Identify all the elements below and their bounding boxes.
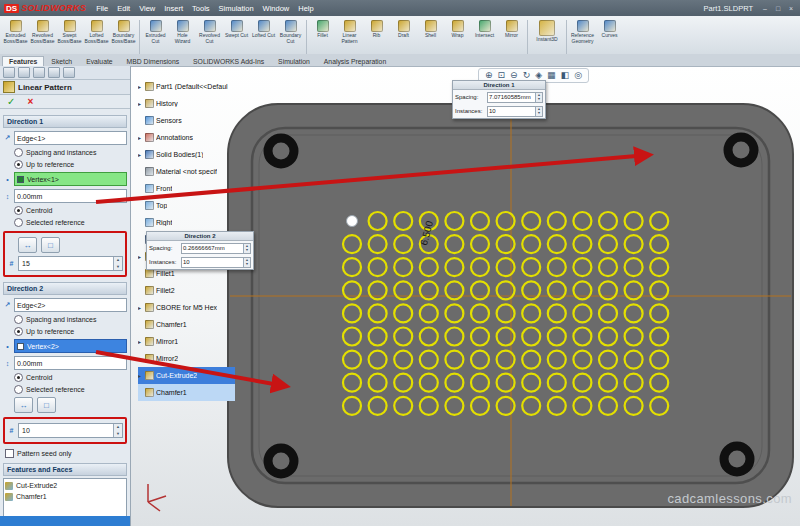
ribbon-swept-boss-base[interactable]: Swept Boss/Base	[56, 18, 83, 56]
expand-arrow-icon[interactable]: ▸	[138, 304, 143, 311]
pan-icon[interactable]: ◈	[535, 71, 542, 80]
tree-item-cut-extrude2[interactable]: ▸Cut-Extrude2	[138, 367, 235, 384]
d1-selected-reference-radio[interactable]: Selected reference	[3, 218, 127, 227]
tab-mbd-dimensions[interactable]: MBD Dimensions	[120, 56, 187, 66]
zoom-in-out-icon[interactable]: ⊖	[510, 71, 518, 80]
spinner-arrows[interactable]: ▲▼	[243, 244, 250, 253]
ribbon-extruded-boss-base[interactable]: Extruded Boss/Base	[2, 18, 29, 56]
tab-features[interactable]: Features	[2, 56, 44, 66]
zoom-area-icon[interactable]: ⊡	[498, 71, 506, 80]
direction2-callout[interactable]: Direction 2 Spacing: 0.26666667mm ▲▼ Ins…	[146, 231, 254, 270]
display-style-icon[interactable]: ◧	[561, 71, 570, 80]
tree-item-part1-default-defaul[interactable]: ▸Part1 (Default<<Defaul	[138, 78, 235, 95]
callout-title[interactable]: Direction 1	[453, 81, 545, 90]
d1-up-to-reference-radio[interactable]: Up to reference	[3, 160, 127, 169]
expand-arrow-icon[interactable]: ▸	[138, 355, 143, 362]
direction1-callout[interactable]: Direction 1 Spacing: 7.07160585mm ▲▼ Ins…	[452, 80, 546, 119]
expand-arrow-icon[interactable]: ▸	[138, 253, 143, 260]
ribbon-revolved-cut[interactable]: Revolved Cut	[196, 18, 223, 56]
cancel-button[interactable]: ×	[27, 96, 33, 107]
spinner-arrows[interactable]: ▲▼	[113, 257, 122, 270]
d2-edge-field[interactable]: Edge<2>	[14, 298, 127, 312]
tree-item-top[interactable]: Top	[138, 197, 235, 214]
tree-item-history[interactable]: ▸History	[138, 95, 235, 112]
tree-item-fillet2[interactable]: Fillet2	[138, 282, 235, 299]
d2-reference-field[interactable]: Vertex<2>	[14, 339, 127, 353]
spinner-arrows[interactable]: ▲▼	[535, 107, 542, 116]
ribbon-lofted-boss-base[interactable]: Lofted Boss/Base	[83, 18, 110, 56]
propertymanager-tab-icon[interactable]	[18, 67, 30, 78]
expand-arrow-icon[interactable]: ▸	[138, 134, 143, 141]
menu-help[interactable]: Help	[298, 4, 313, 13]
ribbon-mirror[interactable]: Mirror	[498, 18, 525, 56]
ribbon-boundary-boss-base[interactable]: Boundary Boss/Base	[110, 18, 137, 56]
ribbon-revolved-boss-base[interactable]: Revolved Boss/Base	[29, 18, 56, 56]
features-list-item-cut-extrude2[interactable]: Cut-Extrude2	[5, 480, 125, 491]
d1-reference-field[interactable]: Vertex<1>	[14, 172, 127, 186]
ok-button[interactable]: ✓	[7, 96, 15, 107]
d1-centroid-radio[interactable]: Centroid	[3, 206, 127, 215]
d2-reverse-direction-button[interactable]: ↔	[14, 397, 33, 413]
d2-up-to-reference-radio[interactable]: Up to reference	[3, 327, 127, 336]
menu-tools[interactable]: Tools	[192, 4, 210, 13]
d1-spacing-instances-radio[interactable]: Spacing and instances	[3, 148, 127, 157]
ribbon-curves[interactable]: Curves	[596, 18, 623, 56]
spinner-arrows[interactable]: ▲▼	[243, 258, 250, 267]
featuremanager-tab-icon[interactable]	[3, 67, 15, 78]
tree-item-cbore-for-m5-hex[interactable]: ▸CBORE for M5 Hex	[138, 299, 235, 316]
restore-button[interactable]: □	[773, 5, 783, 12]
tab-simulation[interactable]: Simulation	[271, 56, 317, 66]
ribbon-instant3d[interactable]: Instant3D	[530, 18, 564, 56]
menu-file[interactable]: File	[96, 4, 108, 13]
pattern-seed-point[interactable]	[347, 216, 358, 227]
ribbon-lofted-cut[interactable]: Lofted Cut	[250, 18, 277, 56]
minimize-button[interactable]: –	[760, 5, 770, 12]
tree-item-right[interactable]: Right	[138, 214, 235, 231]
instances-field[interactable]: 10 ▲▼	[181, 257, 251, 268]
zoom-fit-icon[interactable]: ⊕	[485, 71, 493, 80]
ribbon-extruded-cut[interactable]: Extruded Cut	[142, 18, 169, 56]
tree-item-material-not-specif[interactable]: Material <not specif	[138, 163, 235, 180]
d2-selected-reference-radio[interactable]: Selected reference	[3, 385, 127, 394]
d2-centroid-radio[interactable]: Centroid	[3, 373, 127, 382]
tab-solidworks-add-ins[interactable]: SOLIDWORKS Add-Ins	[186, 56, 271, 66]
expand-arrow-icon[interactable]: ▸	[138, 83, 143, 90]
ribbon-intersect[interactable]: Intersect	[471, 18, 498, 56]
tree-item-front[interactable]: Front	[138, 180, 235, 197]
tree-item-annotations[interactable]: ▸Annotations	[138, 129, 235, 146]
ribbon-draft[interactable]: Draft	[390, 18, 417, 56]
expand-arrow-icon[interactable]: ▸	[138, 372, 143, 379]
tab-evaluate[interactable]: Evaluate	[79, 56, 119, 66]
menu-insert[interactable]: Insert	[164, 4, 183, 13]
dimxpertmanager-tab-icon[interactable]	[48, 67, 60, 78]
ribbon-fillet[interactable]: Fillet	[309, 18, 336, 56]
d1-edge-field[interactable]: Edge<1>	[14, 131, 127, 145]
ribbon-wrap[interactable]: Wrap	[444, 18, 471, 56]
tree-item-solid-bodies-1[interactable]: ▸Solid Bodies(1)	[138, 146, 235, 163]
configurationmanager-tab-icon[interactable]	[33, 67, 45, 78]
ribbon-rib[interactable]: Rib	[363, 18, 390, 56]
d1-reverse-direction-button[interactable]: ↔	[18, 237, 37, 253]
direction2-section-header[interactable]: Direction 2	[3, 282, 127, 295]
tab-sketch[interactable]: Sketch	[44, 56, 79, 66]
d1-offset-field[interactable]: 0.00mm	[14, 189, 127, 203]
menu-window[interactable]: Window	[263, 4, 290, 13]
tree-item-chamfer1[interactable]: Chamfer1	[138, 384, 235, 401]
expand-arrow-icon[interactable]: ▸	[138, 100, 143, 107]
direction1-section-header[interactable]: Direction 1	[3, 115, 127, 128]
d1-instances-spinner[interactable]: 15 ▲▼	[18, 256, 123, 271]
tab-analysis-preparation[interactable]: Analysis Preparation	[317, 56, 393, 66]
spacing-field[interactable]: 7.07160585mm ▲▼	[487, 92, 543, 103]
displaymanager-tab-icon[interactable]	[63, 67, 75, 78]
d2-offset-field[interactable]: 0.00mm	[14, 356, 127, 370]
spacing-field[interactable]: 0.26666667mm ▲▼	[181, 243, 251, 254]
ribbon-shell[interactable]: Shell	[417, 18, 444, 56]
d2-seed-option-button[interactable]: □	[37, 397, 56, 413]
tree-item-chamfer1[interactable]: Chamfer1	[138, 316, 235, 333]
menu-simulation[interactable]: Simulation	[219, 4, 254, 13]
d2-spacing-instances-radio[interactable]: Spacing and instances	[3, 315, 127, 324]
pattern-seed-only-checkbox[interactable]: Pattern seed only	[5, 449, 127, 458]
hide-show-items-icon[interactable]: ◎	[574, 71, 582, 80]
close-button[interactable]: ×	[786, 5, 796, 12]
ribbon-hole-wizard[interactable]: Hole Wizard	[169, 18, 196, 56]
